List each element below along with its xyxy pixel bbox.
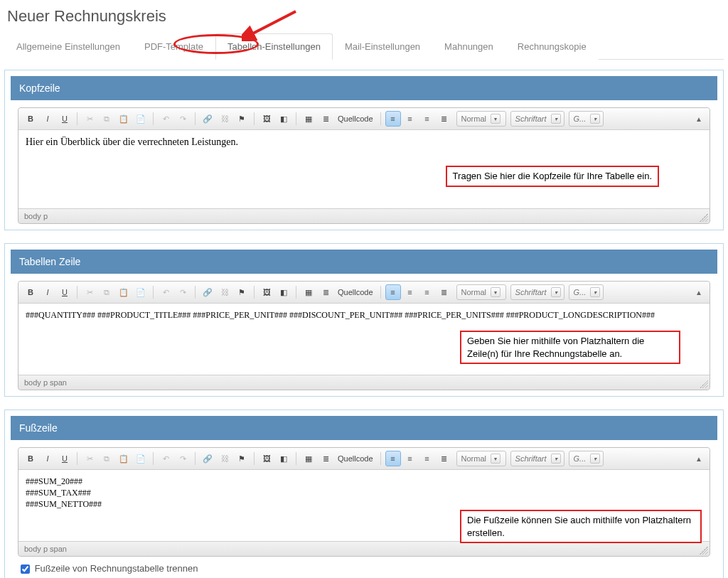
- paste-button[interactable]: 📋: [116, 451, 132, 466]
- italic-button[interactable]: I: [40, 284, 55, 300]
- font-select[interactable]: Schriftart ▾: [510, 451, 564, 466]
- align-right-button[interactable]: ≡: [419, 111, 435, 127]
- resize-grip[interactable]: [700, 380, 708, 388]
- paste-text-button[interactable]: 📄: [133, 451, 149, 466]
- separator: [254, 112, 255, 125]
- format-select[interactable]: Normal ▾: [456, 284, 506, 300]
- underline-button[interactable]: U: [57, 451, 73, 466]
- size-select[interactable]: G... ▾: [569, 111, 604, 127]
- color-button[interactable]: ◧: [276, 111, 291, 127]
- format-select[interactable]: Normal ▾: [456, 451, 506, 466]
- panel-tabellenzeile: Tabellen Zeile B I U ✂ ⧉ 📋 📄 ↶ ↷ 🔗 ⛓ ⚑ 🖼: [4, 243, 724, 397]
- font-select[interactable]: Schriftart ▾: [510, 284, 564, 300]
- redo-button[interactable]: ↷: [175, 111, 191, 127]
- size-select[interactable]: G... ▾: [569, 451, 604, 466]
- tab-tabellen-einstellungen[interactable]: Tabellen-Einstellungen: [215, 33, 333, 60]
- panel-kopfzeile-header: Kopfzeile: [11, 76, 717, 100]
- source-icon[interactable]: ≣: [318, 284, 333, 300]
- source-button[interactable]: Quellcode: [335, 114, 376, 123]
- cut-button[interactable]: ✂: [82, 111, 97, 127]
- cut-button[interactable]: ✂: [82, 451, 97, 466]
- tab-rechnungskopie[interactable]: Rechnungskopie: [505, 33, 599, 60]
- tab-mahnungen[interactable]: Mahnungen: [432, 33, 505, 60]
- editor-fusszeile-content[interactable]: ###SUM_20### ###SUM_TAX### ###SUM_NETTO#…: [18, 470, 710, 541]
- anchor-button[interactable]: ⚑: [234, 111, 250, 127]
- editor-tabellenzeile-content[interactable]: ###QUANTITY### ###PRODUCT_TITLE### ###PR…: [18, 304, 710, 375]
- toolbar-kopfzeile: B I U ✂ ⧉ 📋 📄 ↶ ↷ 🔗 ⛓ ⚑ 🖼 ◧ ▦ ≣: [18, 108, 710, 130]
- table-button[interactable]: ▦: [301, 451, 316, 466]
- source-button[interactable]: Quellcode: [335, 288, 376, 296]
- separator: [153, 286, 154, 299]
- color-button[interactable]: ◧: [276, 284, 291, 300]
- separator: [254, 452, 255, 465]
- collapse-toolbar-icon[interactable]: ▲: [692, 115, 705, 123]
- paste-text-button[interactable]: 📄: [133, 284, 149, 300]
- resize-grip[interactable]: [700, 546, 708, 555]
- bold-button[interactable]: B: [23, 451, 38, 466]
- separator: [296, 286, 296, 299]
- unlink-button[interactable]: ⛓: [217, 111, 232, 127]
- undo-button[interactable]: ↶: [158, 284, 173, 300]
- undo-button[interactable]: ↶: [158, 451, 173, 466]
- separator: [380, 286, 381, 299]
- tab-allgemeine[interactable]: Allgemeine Einstellungen: [4, 33, 132, 60]
- collapse-toolbar-icon[interactable]: ▲: [692, 289, 705, 296]
- source-button[interactable]: Quellcode: [335, 454, 376, 463]
- tab-mail-einstellungen[interactable]: Mail-Einstellungen: [333, 33, 432, 60]
- tab-pdf-template[interactable]: PDF-Template: [132, 33, 215, 60]
- format-select-value: Normal: [461, 114, 486, 123]
- align-center-button[interactable]: ≡: [402, 451, 418, 466]
- align-center-button[interactable]: ≡: [402, 111, 418, 127]
- editor-fusszeile: B I U ✂ ⧉ 📋 📄 ↶ ↷ 🔗 ⛓ ⚑ 🖼 ◧ ▦ ≣: [18, 447, 710, 557]
- bold-button[interactable]: B: [23, 111, 38, 127]
- image-button[interactable]: 🖼: [259, 111, 274, 127]
- editor-kopfzeile-content[interactable]: Hier ein Überblick über die verrechneten…: [18, 130, 710, 208]
- collapse-toolbar-icon[interactable]: ▲: [692, 455, 705, 463]
- align-justify-button[interactable]: ≣: [437, 284, 452, 300]
- font-select[interactable]: Schriftart ▾: [510, 111, 564, 127]
- align-right-button[interactable]: ≡: [419, 451, 435, 466]
- source-icon[interactable]: ≣: [318, 451, 333, 466]
- table-button[interactable]: ▦: [301, 111, 316, 127]
- image-button[interactable]: 🖼: [259, 451, 274, 466]
- underline-button[interactable]: U: [57, 284, 73, 300]
- resize-grip[interactable]: [700, 213, 708, 222]
- link-button[interactable]: 🔗: [200, 451, 215, 466]
- format-select[interactable]: Normal ▾: [456, 111, 506, 127]
- undo-button[interactable]: ↶: [158, 111, 173, 127]
- separate-footer-checkbox[interactable]: [21, 564, 30, 574]
- link-button[interactable]: 🔗: [200, 111, 215, 127]
- cut-button[interactable]: ✂: [82, 284, 97, 300]
- align-justify-button[interactable]: ≣: [437, 111, 452, 127]
- unlink-button[interactable]: ⛓: [217, 284, 232, 300]
- align-center-button[interactable]: ≡: [402, 284, 418, 300]
- copy-button[interactable]: ⧉: [99, 451, 114, 466]
- anchor-button[interactable]: ⚑: [234, 451, 250, 466]
- italic-button[interactable]: I: [40, 451, 55, 466]
- separate-footer-label[interactable]: Fußzeile von Rechnungstabelle trennen: [18, 563, 198, 574]
- link-button[interactable]: 🔗: [200, 284, 215, 300]
- source-icon[interactable]: ≣: [318, 111, 333, 127]
- size-select[interactable]: G... ▾: [569, 284, 604, 300]
- copy-button[interactable]: ⧉: [99, 111, 114, 127]
- unlink-button[interactable]: ⛓: [217, 451, 232, 466]
- redo-button[interactable]: ↷: [175, 451, 191, 466]
- editor-fusszeile-status: body p span: [18, 541, 710, 556]
- italic-button[interactable]: I: [40, 111, 55, 127]
- image-button[interactable]: 🖼: [259, 284, 274, 300]
- paste-button[interactable]: 📋: [116, 284, 132, 300]
- anchor-button[interactable]: ⚑: [234, 284, 250, 300]
- table-button[interactable]: ▦: [301, 284, 316, 300]
- align-justify-button[interactable]: ≣: [437, 451, 452, 466]
- align-right-button[interactable]: ≡: [419, 284, 435, 300]
- align-left-button[interactable]: ≡: [385, 284, 401, 300]
- paste-text-button[interactable]: 📄: [133, 111, 149, 127]
- align-left-button[interactable]: ≡: [385, 451, 401, 466]
- color-button[interactable]: ◧: [276, 451, 291, 466]
- copy-button[interactable]: ⧉: [99, 284, 114, 300]
- paste-button[interactable]: 📋: [116, 111, 132, 127]
- redo-button[interactable]: ↷: [175, 284, 191, 300]
- align-left-button[interactable]: ≡: [385, 111, 401, 127]
- bold-button[interactable]: B: [23, 284, 38, 300]
- underline-button[interactable]: U: [57, 111, 73, 127]
